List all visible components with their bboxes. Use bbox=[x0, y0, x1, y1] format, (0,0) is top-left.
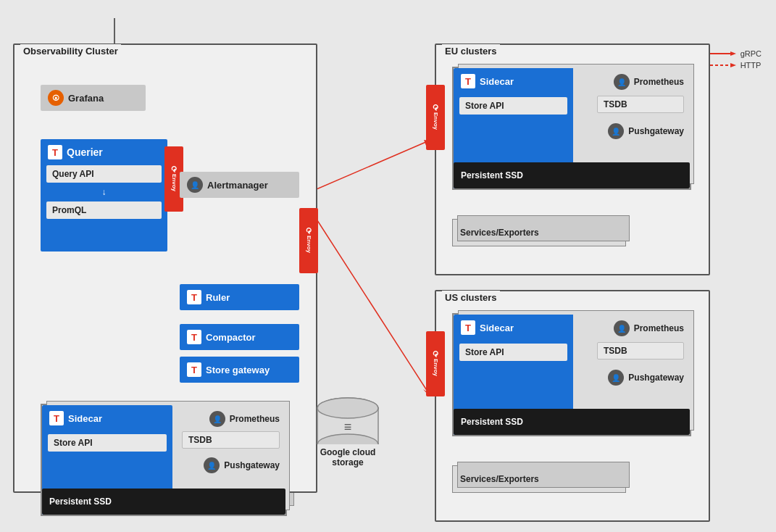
eu-envoy-icon: ⟳ bbox=[431, 104, 441, 111]
eu-services-label: Services/Exporters bbox=[460, 228, 539, 238]
gcs-cylinder-svg: ≡ bbox=[315, 395, 380, 444]
compactor-component: T Compactor bbox=[180, 324, 299, 350]
us-services-label: Services/Exporters bbox=[460, 474, 539, 484]
envoy-label-center: Envoy bbox=[306, 236, 312, 253]
obs-prometheus-label: Prometheus bbox=[230, 414, 280, 424]
eu-cluster-title: EU clusters bbox=[442, 44, 500, 58]
eu-persistent-ssd: Persistent SSD bbox=[454, 162, 690, 188]
obs-sidecar-label: Sidecar bbox=[68, 413, 102, 424]
svg-line-15 bbox=[301, 196, 427, 391]
us-sidecar-group: T Sidecar Store API 👤 Prometheus TSDB 👤 … bbox=[452, 313, 691, 436]
grafana-component: ⦿ Grafana bbox=[41, 85, 146, 111]
grafana-icon: ⦿ bbox=[48, 90, 64, 106]
us-cluster-title: US clusters bbox=[442, 291, 500, 304]
eu-tsdb: TSDB bbox=[597, 96, 684, 113]
obs-cluster-title: Observability Cluster bbox=[20, 44, 121, 58]
us-pushgateway-icon: 👤 bbox=[608, 370, 624, 386]
alertmanager-component: 👤 Alertmanager bbox=[180, 172, 299, 198]
obs-store-api: Store API bbox=[48, 434, 167, 452]
svg-line-6 bbox=[301, 141, 427, 196]
eu-envoy-badge: ⟳ Envoy bbox=[426, 85, 445, 150]
us-tsdb: TSDB bbox=[597, 342, 684, 359]
ruler-label: Ruler bbox=[206, 292, 230, 303]
obs-tsdb: TSDB bbox=[182, 431, 280, 449]
thanos-storegateway-icon: T bbox=[187, 362, 201, 377]
diagram-container: gRPC HTTP Observability Cluster ⦿ Grafan… bbox=[0, 0, 776, 532]
us-services-group: Services/Exporters bbox=[452, 465, 626, 493]
querier-label: Querier bbox=[67, 146, 103, 158]
grpc-legend-item: gRPC bbox=[710, 49, 762, 58]
eu-cluster-box: EU clusters ⟳ Envoy T Sidecar Store API bbox=[435, 43, 710, 275]
us-sidecar-icon: T bbox=[461, 320, 475, 335]
ruler-component: T Ruler bbox=[180, 284, 299, 310]
us-cluster-box: US clusters ⟳ Envoy T Sidecar Store API bbox=[435, 290, 710, 522]
query-api-label: Query API bbox=[46, 165, 162, 183]
eu-sidecar-label: Sidecar bbox=[480, 76, 514, 87]
obs-pushgateway-label: Pushgateway bbox=[224, 460, 280, 470]
eu-services-group: Services/Exporters bbox=[452, 219, 626, 246]
eu-prometheus-label: Prometheus bbox=[634, 77, 684, 87]
obs-prometheus-icon: 👤 bbox=[209, 411, 225, 427]
gcs-label: Google cloud storage bbox=[308, 447, 388, 467]
eu-envoy-label: Envoy bbox=[433, 112, 439, 130]
store-gateway-component: T Store gateway bbox=[180, 357, 299, 383]
promql-label: PromQL bbox=[46, 201, 162, 219]
thanos-compactor-icon: T bbox=[187, 330, 201, 344]
us-sidecar-label: Sidecar bbox=[480, 323, 514, 333]
envoy-label-1: Envoy bbox=[171, 174, 178, 191]
obs-sidecar-group: T Sidecar Store API 👤 Prometheus TSDB 👤 … bbox=[41, 404, 287, 516]
http-label: HTTP bbox=[740, 61, 762, 70]
obs-pushgateway-icon: 👤 bbox=[204, 457, 220, 473]
envoy-icon-1: ⟳ bbox=[170, 166, 179, 173]
legend: gRPC HTTP bbox=[710, 49, 762, 70]
svg-point-38 bbox=[317, 398, 378, 418]
us-prometheus-icon: 👤 bbox=[614, 320, 630, 336]
us-persistent-ssd: Persistent SSD bbox=[454, 409, 690, 435]
us-envoy-badge: ⟳ Envoy bbox=[426, 331, 445, 396]
store-gateway-label: Store gateway bbox=[206, 365, 270, 375]
envoy-icon-center: ⟳ bbox=[304, 228, 314, 234]
eu-sidecar-group: T Sidecar Store API 👤 Prometheus TSDB 👤 … bbox=[452, 67, 691, 190]
eu-prometheus-icon: 👤 bbox=[614, 74, 630, 90]
us-envoy-label: Envoy bbox=[433, 359, 439, 376]
thanos-querier-icon: T bbox=[48, 145, 62, 159]
us-pushgateway-label: Pushgateway bbox=[628, 373, 684, 383]
eu-store-api: Store API bbox=[459, 97, 567, 115]
http-legend-item: HTTP bbox=[710, 61, 762, 70]
grpc-label: gRPC bbox=[740, 49, 762, 58]
grafana-label: Grafana bbox=[68, 93, 104, 104]
svg-marker-34 bbox=[730, 63, 736, 67]
querier-down-arrow: ↓ bbox=[41, 186, 167, 199]
thanos-ruler-icon: T bbox=[187, 290, 201, 304]
eu-pushgateway-label: Pushgateway bbox=[628, 126, 684, 136]
thanos-obs-sidecar-icon: T bbox=[49, 411, 64, 425]
alertmanager-icon: 👤 bbox=[187, 177, 203, 193]
gcs-component: ≡ Google cloud storage bbox=[308, 395, 388, 467]
querier-component: T Querier Query API ↓ PromQL bbox=[41, 139, 167, 252]
obs-cluster-box: Observability Cluster ⦿ Grafana T Querie… bbox=[13, 43, 317, 493]
compactor-label: Compactor bbox=[206, 332, 256, 343]
envoy-badge-center: ⟳ Envoy bbox=[299, 208, 318, 273]
obs-persistent-ssd: Persistent SSD bbox=[42, 489, 285, 515]
svg-marker-32 bbox=[730, 51, 736, 56]
eu-sidecar-icon: T bbox=[461, 74, 475, 88]
us-prometheus-label: Prometheus bbox=[634, 323, 684, 333]
eu-pushgateway-icon: 👤 bbox=[608, 123, 624, 139]
us-store-api: Store API bbox=[459, 344, 567, 361]
svg-text:≡: ≡ bbox=[344, 420, 352, 434]
alertmanager-label: Alertmanager bbox=[207, 180, 268, 191]
us-envoy-icon: ⟳ bbox=[431, 351, 441, 357]
